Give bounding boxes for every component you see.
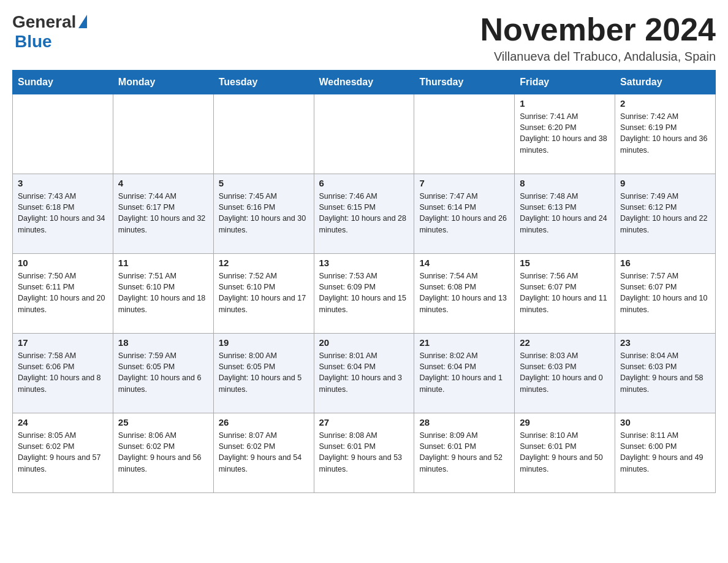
col-header-saturday: Saturday <box>615 71 716 94</box>
day-number: 22 <box>520 337 610 348</box>
day-number: 12 <box>219 258 309 268</box>
location-subtitle: Villanueva del Trabuco, Andalusia, Spain <box>480 50 716 64</box>
day-info: Sunrise: 7:57 AMSunset: 6:07 PMDaylight:… <box>620 270 710 315</box>
day-info: Sunrise: 7:54 AMSunset: 6:08 PMDaylight:… <box>419 270 509 315</box>
calendar-week-row: 3Sunrise: 7:43 AMSunset: 6:18 PMDaylight… <box>13 174 716 254</box>
day-number: 13 <box>319 258 409 268</box>
calendar-cell: 6Sunrise: 7:46 AMSunset: 6:15 PMDaylight… <box>314 174 414 254</box>
day-info: Sunrise: 8:02 AMSunset: 6:04 PMDaylight:… <box>419 350 509 395</box>
calendar-cell: 16Sunrise: 7:57 AMSunset: 6:07 PMDayligh… <box>615 254 716 334</box>
day-info: Sunrise: 7:52 AMSunset: 6:10 PMDaylight:… <box>219 270 309 315</box>
day-number: 4 <box>118 178 208 188</box>
day-number: 29 <box>520 417 610 427</box>
day-info: Sunrise: 8:07 AMSunset: 6:02 PMDaylight:… <box>219 430 309 475</box>
calendar-header-row: SundayMondayTuesdayWednesdayThursdayFrid… <box>13 71 716 94</box>
calendar-cell: 2Sunrise: 7:42 AMSunset: 6:19 PMDaylight… <box>615 94 716 174</box>
day-number: 27 <box>319 417 409 427</box>
calendar-cell <box>314 94 414 174</box>
day-number: 9 <box>620 178 710 188</box>
calendar-cell: 24Sunrise: 8:05 AMSunset: 6:02 PMDayligh… <box>13 413 113 493</box>
day-number: 17 <box>18 337 108 348</box>
col-header-sunday: Sunday <box>13 71 113 94</box>
day-number: 5 <box>219 178 309 188</box>
day-info: Sunrise: 8:08 AMSunset: 6:01 PMDaylight:… <box>319 430 409 475</box>
day-info: Sunrise: 8:06 AMSunset: 6:02 PMDaylight:… <box>118 430 208 475</box>
day-info: Sunrise: 7:46 AMSunset: 6:15 PMDaylight:… <box>319 191 409 236</box>
day-info: Sunrise: 8:04 AMSunset: 6:03 PMDaylight:… <box>620 350 710 395</box>
calendar-cell: 17Sunrise: 7:58 AMSunset: 6:06 PMDayligh… <box>13 334 113 413</box>
day-info: Sunrise: 7:45 AMSunset: 6:16 PMDaylight:… <box>219 191 309 236</box>
col-header-friday: Friday <box>515 71 615 94</box>
calendar-cell: 1Sunrise: 7:41 AMSunset: 6:20 PMDaylight… <box>515 94 615 174</box>
month-year-title: November 2024 <box>480 12 716 47</box>
day-info: Sunrise: 8:00 AMSunset: 6:05 PMDaylight:… <box>219 350 309 395</box>
title-section: November 2024 Villanueva del Trabuco, An… <box>480 12 716 64</box>
logo-general-text: General <box>12 12 76 32</box>
calendar-cell: 18Sunrise: 7:59 AMSunset: 6:05 PMDayligh… <box>113 334 213 413</box>
day-number: 23 <box>620 337 710 348</box>
day-number: 2 <box>620 98 710 109</box>
calendar-cell: 15Sunrise: 7:56 AMSunset: 6:07 PMDayligh… <box>515 254 615 334</box>
day-number: 1 <box>520 98 610 109</box>
calendar-cell: 8Sunrise: 7:48 AMSunset: 6:13 PMDaylight… <box>515 174 615 254</box>
calendar-cell: 14Sunrise: 7:54 AMSunset: 6:08 PMDayligh… <box>414 254 515 334</box>
calendar-cell: 12Sunrise: 7:52 AMSunset: 6:10 PMDayligh… <box>213 254 314 334</box>
day-number: 26 <box>219 417 309 427</box>
day-number: 18 <box>118 337 208 348</box>
calendar-week-row: 1Sunrise: 7:41 AMSunset: 6:20 PMDaylight… <box>13 94 716 174</box>
calendar-week-row: 17Sunrise: 7:58 AMSunset: 6:06 PMDayligh… <box>13 334 716 413</box>
calendar-cell <box>414 94 515 174</box>
day-info: Sunrise: 7:43 AMSunset: 6:18 PMDaylight:… <box>18 191 108 236</box>
day-number: 21 <box>419 337 509 348</box>
calendar-week-row: 24Sunrise: 8:05 AMSunset: 6:02 PMDayligh… <box>13 413 716 493</box>
calendar-cell: 5Sunrise: 7:45 AMSunset: 6:16 PMDaylight… <box>213 174 314 254</box>
logo-blue-text: Blue <box>15 32 52 52</box>
calendar-cell: 29Sunrise: 8:10 AMSunset: 6:01 PMDayligh… <box>515 413 615 493</box>
day-number: 10 <box>18 258 108 268</box>
day-info: Sunrise: 7:59 AMSunset: 6:05 PMDaylight:… <box>118 350 208 395</box>
day-number: 30 <box>620 417 710 427</box>
day-info: Sunrise: 7:41 AMSunset: 6:20 PMDaylight:… <box>520 111 610 156</box>
calendar-cell: 20Sunrise: 8:01 AMSunset: 6:04 PMDayligh… <box>314 334 414 413</box>
day-info: Sunrise: 8:05 AMSunset: 6:02 PMDaylight:… <box>18 430 108 475</box>
calendar-cell: 11Sunrise: 7:51 AMSunset: 6:10 PMDayligh… <box>113 254 213 334</box>
day-info: Sunrise: 7:49 AMSunset: 6:12 PMDaylight:… <box>620 191 710 236</box>
calendar-cell: 27Sunrise: 8:08 AMSunset: 6:01 PMDayligh… <box>314 413 414 493</box>
calendar-cell: 4Sunrise: 7:44 AMSunset: 6:17 PMDaylight… <box>113 174 213 254</box>
day-info: Sunrise: 8:09 AMSunset: 6:01 PMDaylight:… <box>419 430 509 475</box>
calendar-cell: 23Sunrise: 8:04 AMSunset: 6:03 PMDayligh… <box>615 334 716 413</box>
day-number: 25 <box>118 417 208 427</box>
col-header-wednesday: Wednesday <box>314 71 414 94</box>
day-info: Sunrise: 7:50 AMSunset: 6:11 PMDaylight:… <box>18 270 108 315</box>
logo-triangle-icon <box>78 15 87 28</box>
day-info: Sunrise: 7:44 AMSunset: 6:17 PMDaylight:… <box>118 191 208 236</box>
calendar-cell: 9Sunrise: 7:49 AMSunset: 6:12 PMDaylight… <box>615 174 716 254</box>
day-number: 16 <box>620 258 710 268</box>
col-header-thursday: Thursday <box>414 71 515 94</box>
calendar-cell: 28Sunrise: 8:09 AMSunset: 6:01 PMDayligh… <box>414 413 515 493</box>
day-number: 8 <box>520 178 610 188</box>
day-number: 20 <box>319 337 409 348</box>
day-info: Sunrise: 8:01 AMSunset: 6:04 PMDaylight:… <box>319 350 409 395</box>
day-number: 11 <box>118 258 208 268</box>
day-number: 14 <box>419 258 509 268</box>
day-number: 24 <box>18 417 108 427</box>
day-info: Sunrise: 8:03 AMSunset: 6:03 PMDaylight:… <box>520 350 610 395</box>
calendar-cell <box>113 94 213 174</box>
calendar-cell: 7Sunrise: 7:47 AMSunset: 6:14 PMDaylight… <box>414 174 515 254</box>
day-info: Sunrise: 7:42 AMSunset: 6:19 PMDaylight:… <box>620 111 710 156</box>
day-info: Sunrise: 8:11 AMSunset: 6:00 PMDaylight:… <box>620 430 710 475</box>
col-header-monday: Monday <box>113 71 213 94</box>
calendar-cell: 22Sunrise: 8:03 AMSunset: 6:03 PMDayligh… <box>515 334 615 413</box>
calendar-cell: 3Sunrise: 7:43 AMSunset: 6:18 PMDaylight… <box>13 174 113 254</box>
day-info: Sunrise: 7:58 AMSunset: 6:06 PMDaylight:… <box>18 350 108 395</box>
day-number: 15 <box>520 258 610 268</box>
col-header-tuesday: Tuesday <box>213 71 314 94</box>
calendar-cell <box>13 94 113 174</box>
calendar-cell: 25Sunrise: 8:06 AMSunset: 6:02 PMDayligh… <box>113 413 213 493</box>
day-info: Sunrise: 8:10 AMSunset: 6:01 PMDaylight:… <box>520 430 610 475</box>
day-number: 3 <box>18 178 108 188</box>
day-info: Sunrise: 7:56 AMSunset: 6:07 PMDaylight:… <box>520 270 610 315</box>
day-number: 28 <box>419 417 509 427</box>
page-header: General Blue November 2024 Villanueva de… <box>12 12 716 64</box>
